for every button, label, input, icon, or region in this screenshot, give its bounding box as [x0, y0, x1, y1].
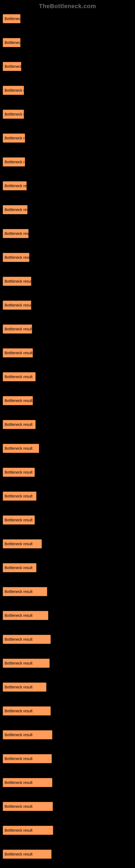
chart-track: Bottleneck result51.	[3, 611, 92, 620]
bar-category-label: Bottleneck result	[5, 565, 33, 570]
bar-category-label: Bottleneck result	[5, 327, 32, 331]
chart-row: Bottleneck result	[3, 14, 132, 23]
chart-track: Bottleneck result50	[3, 587, 92, 596]
bar-category-label: Bottleneck result	[5, 494, 33, 498]
chart-bar: Bottleneck result	[3, 826, 53, 835]
chart-row: Bottleneck result	[3, 420, 132, 429]
chart-row: Bottleneck result54%	[3, 635, 132, 644]
chart-row: Bottleneck result	[3, 38, 132, 47]
bar-category-label: Bottleneck result	[5, 756, 33, 761]
chart-track: Bottleneck result	[3, 372, 92, 381]
chart-track: Bottleneck result49	[3, 682, 92, 692]
page-root: TheBottleneck.com Bottleneck resultBottl…	[0, 0, 135, 868]
bar-category-label: Bottleneck result	[5, 542, 33, 546]
chart-track: Bottleneck result54.8	[3, 849, 92, 859]
chart-track: Bottleneck result	[3, 468, 92, 477]
chart-row: Bottleneck result56.3	[3, 802, 132, 811]
bar-category-label: Bottleneck result	[5, 733, 33, 737]
bar-category-label: Bottleneck result	[5, 112, 24, 116]
bar-category-label: Bottleneck result	[5, 279, 31, 283]
chart-bar: Bottleneck result	[3, 802, 53, 811]
chart-bar: Bottleneck result	[3, 611, 48, 620]
bar-category-label: Bottleneck result	[5, 231, 29, 236]
chart-track: Bottleneck result56.3	[3, 802, 92, 811]
bar-category-label: Bottleneck result	[5, 399, 33, 403]
bar-category-label: Bottleneck result	[5, 780, 33, 785]
bar-category-label: Bottleneck result	[5, 470, 33, 474]
chart-track: Bottleneck result52.6	[3, 659, 92, 668]
chart-track: Bottleneck result55.7	[3, 730, 92, 739]
chart-track: Bottleneck result	[3, 62, 92, 71]
chart-track: Bottleneck result	[3, 157, 92, 166]
bar-category-label: Bottleneck result	[5, 64, 21, 69]
chart-row: Bottleneck result	[3, 324, 132, 334]
bar-category-label: Bottleneck result	[5, 303, 31, 307]
chart-bar: Bottleneck result	[3, 133, 25, 143]
chart-bar: Bottleneck result	[3, 38, 20, 47]
chart-row: Bottleneck result56.8	[3, 826, 132, 835]
chart-track: Bottleneck result55.9	[3, 778, 92, 787]
bar-category-label: Bottleneck result	[5, 446, 33, 451]
chart-row: Bottleneck result	[3, 348, 132, 358]
chart-bar: Bottleneck result	[3, 62, 21, 71]
bar-percent-label: 54%	[50, 635, 59, 644]
bar-percent-label: 4	[41, 539, 45, 549]
bar-category-label: Bottleneck result	[5, 255, 30, 259]
bar-percent-label: 54.8	[51, 849, 60, 859]
chart-track: Bottleneck result54%	[3, 635, 92, 644]
bar-category-label: Bottleneck result	[5, 518, 33, 522]
chart-track: Bottleneck result	[3, 14, 92, 23]
chart-track: Bottleneck result	[3, 444, 92, 453]
bar-category-label: Bottleneck result	[5, 88, 24, 93]
chart-row: Bottleneck result	[3, 157, 132, 166]
chart-track: Bottleneck result	[3, 205, 92, 214]
chart-bar: Bottleneck result	[3, 539, 42, 549]
bar-category-label: Bottleneck result	[5, 613, 33, 618]
chart-track: Bottleneck result55%	[3, 754, 92, 763]
bar-percent-label: 56.8	[53, 826, 61, 835]
bar-category-label: Bottleneck result	[5, 351, 33, 355]
bar-category-label: Bottleneck result	[5, 804, 33, 809]
chart-bar: Bottleneck result	[3, 516, 35, 525]
chart-row: Bottleneck result	[3, 444, 132, 453]
bar-category-label: Bottleneck result	[5, 422, 33, 427]
chart-track: Bottleneck result	[3, 420, 92, 429]
bar-percent-label: 55.7	[52, 730, 61, 739]
chart-bar: Bottleneck result	[3, 181, 27, 190]
chart-bar: Bottleneck result	[3, 778, 52, 787]
chart-bar: Bottleneck result	[3, 86, 24, 95]
chart-row: Bottleneck result	[3, 133, 132, 143]
chart-row: Bottleneck result	[3, 229, 132, 238]
chart-row: Bottleneck result	[3, 62, 132, 71]
chart-row: Bottleneck result	[3, 301, 132, 310]
chart-bar: Bottleneck result	[3, 849, 52, 859]
brand-title: TheBottleneck.com	[0, 0, 135, 14]
chart-bar: Bottleneck result	[3, 444, 39, 453]
chart-track: Bottleneck result	[3, 492, 92, 501]
bar-category-label: Bottleneck result	[5, 184, 27, 188]
chart-row: Bottleneck result	[3, 253, 132, 262]
chart-row: Bottleneck result	[3, 468, 132, 477]
bar-percent-label: 51.	[48, 611, 54, 620]
chart-row: Bottleneck result55%	[3, 754, 132, 763]
chart-bar: Bottleneck result	[3, 324, 32, 334]
bar-category-label: Bottleneck result	[5, 17, 20, 21]
chart-row: Bottleneck result	[3, 205, 132, 214]
bar-percent-label: 55%	[51, 754, 60, 763]
bar-category-label: Bottleneck result	[5, 661, 33, 665]
chart-row: Bottleneck result	[3, 110, 132, 119]
chart-row: Bottleneck result50	[3, 587, 132, 596]
bar-category-label: Bottleneck result	[5, 160, 25, 164]
chart-bar: Bottleneck result	[3, 635, 51, 644]
chart-row: Bottleneck result	[3, 563, 132, 572]
bar-category-label: Bottleneck result	[5, 828, 33, 833]
bar-category-label: Bottleneck result	[5, 709, 33, 713]
chart-track: Bottleneck result	[3, 181, 92, 190]
chart-bar: Bottleneck result	[3, 682, 46, 692]
chart-bar: Bottleneck result	[3, 396, 33, 405]
chart-bar: Bottleneck result	[3, 157, 25, 166]
chart-row: Bottleneck result	[3, 277, 132, 286]
chart-track: Bottleneck result	[3, 229, 92, 238]
chart-track: Bottleneck result	[3, 110, 92, 119]
chart-track: Bottleneck result4	[3, 539, 92, 549]
